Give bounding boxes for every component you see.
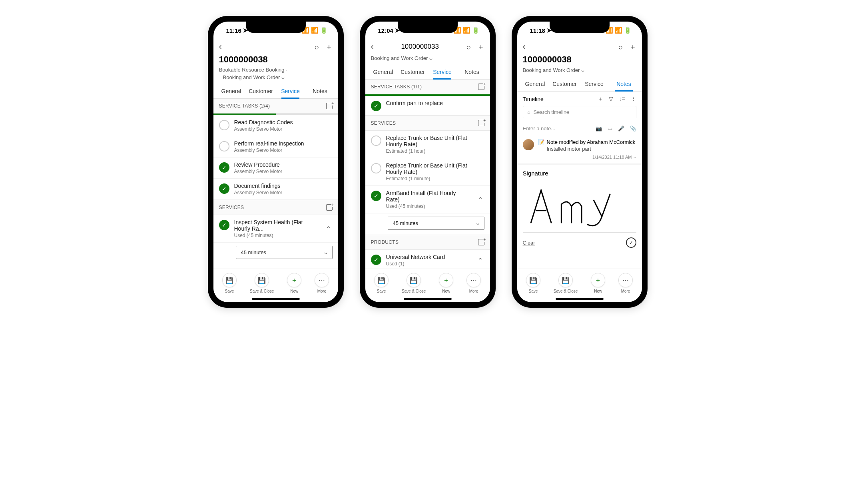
more-icon[interactable]: ⋮ bbox=[631, 96, 636, 103]
search-icon[interactable]: ⌕ bbox=[618, 43, 623, 51]
clear-signature-button[interactable]: Clear bbox=[523, 240, 535, 246]
task-checkbox[interactable] bbox=[219, 141, 229, 151]
sort-icon[interactable]: ↓≡ bbox=[619, 96, 625, 103]
section-label: SERVICE TASKS (1/1) bbox=[371, 84, 422, 90]
task-item[interactable]: Read Diagnostic CodesAssembly Servo Moto… bbox=[213, 115, 338, 136]
tab-service[interactable]: Service bbox=[428, 65, 457, 79]
tab-general[interactable]: General bbox=[217, 84, 246, 98]
view-dropdown[interactable]: Booking and Work Order⌵ bbox=[371, 55, 433, 61]
new-button[interactable]: ＋New bbox=[439, 273, 453, 293]
add-task-icon[interactable] bbox=[326, 103, 333, 109]
save-button[interactable]: 💾Save bbox=[374, 273, 389, 293]
collapse-icon[interactable]: ⌃ bbox=[476, 196, 484, 203]
tab-customer[interactable]: Customer bbox=[246, 84, 276, 98]
tab-general[interactable]: General bbox=[369, 65, 398, 79]
tabs: General Customer Service Notes bbox=[517, 77, 642, 92]
new-button[interactable]: ＋New bbox=[287, 273, 301, 293]
product-item[interactable]: ✓ Universal Network CardUsed (1) ⌃ bbox=[365, 250, 490, 269]
service-checkbox[interactable] bbox=[371, 163, 381, 173]
tabs: General Customer Service Notes bbox=[213, 84, 338, 99]
back-button[interactable]: ‹ bbox=[219, 42, 222, 52]
add-task-icon[interactable] bbox=[478, 84, 484, 90]
more-button[interactable]: ⋯More bbox=[466, 273, 481, 293]
add-service-icon[interactable] bbox=[478, 120, 484, 126]
new-button[interactable]: ＋New bbox=[591, 273, 605, 293]
service-checkbox[interactable]: ✓ bbox=[219, 220, 229, 230]
add-product-icon[interactable] bbox=[478, 239, 484, 245]
phone-mockup-3: 11:18➤ 📶📶🔋 ‹ ⌕ ＋ 1000000038 Booking and … bbox=[512, 16, 648, 308]
battery-icon: 🔋 bbox=[624, 27, 632, 34]
tab-notes[interactable]: Notes bbox=[609, 77, 639, 91]
more-button[interactable]: ⋯More bbox=[315, 273, 329, 293]
bottom-bar: 💾Save 💾Save & Close ＋New ⋯More bbox=[517, 269, 642, 302]
task-checkbox[interactable]: ✓ bbox=[371, 101, 381, 111]
save-close-button[interactable]: 💾Save & Close bbox=[250, 273, 274, 293]
save-close-button[interactable]: 💾Save & Close bbox=[554, 273, 578, 293]
tab-service[interactable]: Service bbox=[276, 84, 305, 98]
timeline-item[interactable]: 📝 Note modified by Abraham McCormick Ins… bbox=[517, 135, 642, 165]
content-area[interactable]: Timeline ＋ ▽ ↓≡ ⋮ ⌕ Search timeline Ente… bbox=[517, 92, 642, 269]
page-title: 1000000038 bbox=[219, 54, 333, 65]
duration-select[interactable]: 45 minutes ⌵ bbox=[388, 217, 484, 230]
wifi-icon: 📶 bbox=[463, 27, 470, 34]
video-icon[interactable]: ▭ bbox=[608, 126, 612, 131]
content-area[interactable]: SERVICE TASKS (1/1) ✓ Confirm part to re… bbox=[365, 80, 490, 269]
tab-general[interactable]: General bbox=[520, 77, 550, 91]
tab-notes[interactable]: Notes bbox=[305, 84, 335, 98]
duration-select[interactable]: 45 minutes ⌵ bbox=[236, 246, 333, 259]
home-indicator bbox=[252, 298, 300, 300]
mic-icon[interactable]: 🎤 bbox=[618, 126, 624, 131]
task-item[interactable]: ✓ Confirm part to replace bbox=[365, 96, 490, 116]
save-button[interactable]: 💾Save bbox=[222, 273, 237, 293]
view-dropdown[interactable]: Booking and Work Order⌵ bbox=[523, 67, 585, 73]
task-item[interactable]: ✓ Review ProcedureAssembly Servo Motor bbox=[213, 157, 338, 179]
service-checkbox[interactable] bbox=[371, 135, 381, 146]
add-service-icon[interactable] bbox=[326, 204, 333, 211]
service-item[interactable]: ✓ Inspect System Health (Flat Hourly Ra.… bbox=[213, 215, 338, 243]
product-checkbox[interactable]: ✓ bbox=[371, 255, 381, 265]
collapse-icon[interactable]: ⌃ bbox=[476, 257, 484, 264]
add-icon[interactable]: ＋ bbox=[477, 42, 484, 52]
task-item[interactable]: Perform real-time inspectionAssembly Ser… bbox=[213, 136, 338, 157]
service-item[interactable]: Replace Trunk or Base Unit (Flat Hourly … bbox=[365, 158, 490, 186]
avatar bbox=[523, 139, 534, 150]
tab-customer[interactable]: Customer bbox=[550, 77, 580, 91]
task-checkbox[interactable]: ✓ bbox=[219, 162, 229, 173]
camera-icon[interactable]: 📷 bbox=[596, 126, 602, 131]
task-checkbox[interactable]: ✓ bbox=[219, 183, 229, 194]
note-entry[interactable]: Enter a note... 📷 ▭ 🎤 📎 bbox=[517, 122, 642, 135]
save-close-button[interactable]: 💾Save & Close bbox=[402, 273, 426, 293]
home-indicator bbox=[404, 298, 452, 300]
service-checkbox[interactable]: ✓ bbox=[371, 191, 381, 201]
timeline-search[interactable]: ⌕ Search timeline bbox=[523, 106, 636, 118]
search-icon[interactable]: ⌕ bbox=[315, 43, 319, 51]
add-icon[interactable]: ＋ bbox=[325, 42, 333, 52]
add-note-icon[interactable]: ＋ bbox=[598, 96, 603, 103]
header-block: 1000000038 Booking and Work Order⌵ bbox=[517, 54, 642, 77]
task-checkbox[interactable] bbox=[219, 120, 229, 130]
content-area[interactable]: SERVICE TASKS (2/4) Read Diagnostic Code… bbox=[213, 99, 338, 269]
more-button[interactable]: ⋯More bbox=[618, 273, 633, 293]
search-icon[interactable]: ⌕ bbox=[466, 43, 471, 51]
tab-customer[interactable]: Customer bbox=[398, 65, 428, 79]
service-item[interactable]: Replace Trunk or Base Unit (Flat Hourly … bbox=[365, 131, 490, 158]
timeline-item-text: Note modified by Abraham McCormick bbox=[547, 139, 636, 145]
signature-canvas[interactable] bbox=[523, 181, 636, 233]
view-dropdown[interactable]: Booking and Work Order⌵ bbox=[223, 74, 285, 80]
service-item[interactable]: Inspect Range of Motion (Flat Hourly Rat… bbox=[213, 264, 338, 269]
confirm-signature-button[interactable]: ✓ bbox=[626, 237, 636, 248]
save-button[interactable]: 💾Save bbox=[526, 273, 540, 293]
bottom-bar: 💾Save 💾Save & Close ＋New ⋯More bbox=[365, 269, 490, 302]
filter-icon[interactable]: ▽ bbox=[609, 96, 613, 103]
back-button[interactable]: ‹ bbox=[523, 42, 526, 52]
collapse-icon[interactable]: ⌃ bbox=[324, 225, 333, 233]
tab-service[interactable]: Service bbox=[580, 77, 609, 91]
back-button[interactable]: ‹ bbox=[371, 42, 374, 52]
battery-icon: 🔋 bbox=[320, 27, 328, 34]
add-icon[interactable]: ＋ bbox=[629, 42, 636, 52]
service-item[interactable]: ✓ ArmBand Install (Flat Hourly Rate)Used… bbox=[365, 186, 490, 213]
tab-notes[interactable]: Notes bbox=[457, 65, 487, 79]
attach-icon[interactable]: 📎 bbox=[630, 126, 636, 131]
task-item[interactable]: ✓ Document findingsAssembly Servo Motor bbox=[213, 179, 338, 200]
chevron-down-icon[interactable]: ⌵ bbox=[634, 154, 636, 159]
